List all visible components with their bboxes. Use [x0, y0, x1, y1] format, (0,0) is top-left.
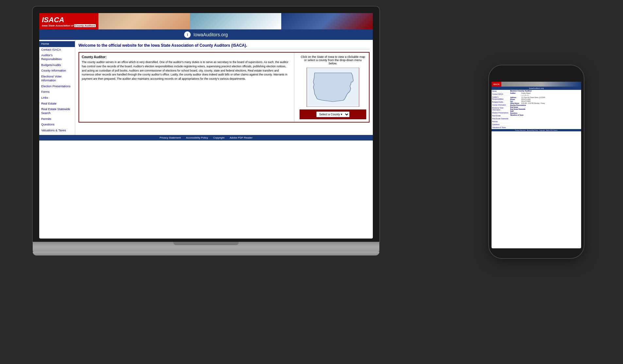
- phone-realestate-label: Real Estate: [510, 107, 520, 108]
- page-title: Welcome to the official website for the …: [78, 43, 370, 49]
- phone-questions-row: Questions: [510, 112, 581, 114]
- footer-copyright[interactable]: Copyright: [213, 136, 224, 139]
- phone-sidebar-valuations[interactable]: Valuations & Taxes: [492, 126, 510, 129]
- isaca-logo-text: ISACA: [42, 16, 96, 24]
- phone-site-title: IowaAuditors.org: [529, 87, 544, 89]
- sidebar-item-permits[interactable]: Permits: [39, 116, 75, 122]
- phone-sidebar-elections[interactable]: Elections/ Voter Information: [492, 107, 510, 111]
- iowa-map[interactable]: [305, 68, 361, 107]
- website-mobile: ISACA IowaAuditors.org Home Contact ISAC…: [492, 82, 581, 248]
- phone-address-label: Address:: [510, 97, 520, 98]
- phone-auditor-name: Hayley Rippel: [521, 92, 530, 94]
- nav-bar: i IowaAuditors.org: [39, 29, 373, 40]
- phone-sidebar-permits[interactable]: Permits: [492, 120, 510, 123]
- phone-fax-value: 319-472-4805: [521, 101, 530, 102]
- left-column: County Auditor: The county auditor serve…: [79, 53, 294, 122]
- phone-sidebar-statewide[interactable]: Real Estate Statewide: [492, 117, 510, 120]
- phone-sidebar-contact[interactable]: Contact ISACA: [492, 93, 510, 96]
- phone-address-value: 111 East 4th Street Vinton, IA 52349: [521, 97, 545, 98]
- website-desktop: ISACA Iowa State Association of County A…: [39, 13, 373, 239]
- phone-sidebar-questions[interactable]: Questions: [492, 123, 510, 126]
- sidebar-item-real-estate[interactable]: Real Estate: [39, 101, 75, 107]
- phone-sidebar-budgets[interactable]: Budgets/Audits: [492, 101, 510, 104]
- sidebar-item-forms[interactable]: Forms: [39, 89, 75, 95]
- phone-county-name: Benton County Auditor: [510, 90, 581, 92]
- main-two-col: County Auditor: The county auditor serve…: [78, 52, 370, 123]
- phone-election-label: Election Presentations: [510, 105, 526, 106]
- sidebar-item-questions[interactable]: Questions: [39, 122, 75, 128]
- phone-content-area: Benton County Auditor Auditor: Hayley Ri…: [510, 90, 581, 129]
- phone-banner-logo: ISACA: [492, 82, 501, 87]
- phone-address-row: Address: 111 East 4th Street Vinton, IA …: [510, 97, 581, 98]
- phone-election-presentations-row: Election Presentations: [510, 105, 581, 106]
- phone-screen: ISACA IowaAuditors.org Home Contact ISAC…: [492, 82, 581, 248]
- phone-statewide-row: Real Estate Statewide: [510, 108, 581, 110]
- banner-img-person: [98, 13, 190, 29]
- phone-info-auditor-row: Auditor: Hayley Rippel: [510, 92, 581, 94]
- banner-logo: ISACA Iowa State Association of County A…: [39, 13, 98, 29]
- phone-sidebar-real-estate[interactable]: Real Estate: [492, 114, 510, 117]
- sidebar-item-real-estate-statewide[interactable]: Real Estate Statewide Search: [39, 107, 75, 116]
- map-instruction: Click on the State of Iowa to view a cli…: [300, 55, 366, 65]
- sidebar-item-responsibilities[interactable]: Auditor's Responsibilities: [39, 53, 75, 62]
- laptop-bezel: ISACA Iowa State Association of County A…: [33, 7, 379, 242]
- county-dropdown[interactable]: Select a County ▾: [316, 111, 350, 117]
- sidebar-item-budgets[interactable]: Budgets/Audits: [39, 62, 75, 68]
- phone-fax-label: Fax:: [510, 101, 520, 102]
- phone-questions-label: Questions: [510, 112, 520, 114]
- laptop-screen: ISACA Iowa State Association of County A…: [39, 13, 373, 239]
- phone-footer-accessibility: Accessibility Policy: [527, 129, 538, 131]
- banner-subtitle: Iowa State Association of County Auditor…: [42, 24, 96, 27]
- phone-sidebar: Home Contact ISACA Auditor's Responsibil…: [492, 90, 510, 129]
- phone-sidebar-election-pres[interactable]: Election Presentations: [492, 111, 510, 114]
- phone-valuations-row: Valuations & Taxes: [510, 114, 581, 116]
- main-layout: Home Contact ISACA Auditor's Responsibil…: [39, 40, 373, 135]
- phone-footer-copyright: Copyright: [539, 129, 545, 131]
- phone-banner: ISACA: [492, 82, 581, 87]
- site-title: IowaAuditors.org: [193, 32, 228, 37]
- phone-auditor-label: Auditor:: [510, 92, 520, 94]
- phone-real-estate-row: Real Estate: [510, 107, 581, 108]
- phone-phone-row: Phone: 319-472-2365: [510, 99, 581, 100]
- sidebar-item-county-info[interactable]: County Information: [39, 68, 75, 74]
- laptop-foot: [33, 252, 379, 256]
- sidebar-item-elections-voter[interactable]: Elections/ Voter Information: [39, 74, 75, 83]
- banner-images: [98, 13, 373, 29]
- phone-hours-value: 8:00 AM - 4:30 PM, Monday - Friday: [521, 103, 545, 104]
- site-footer: Privacy Statement Accessibility Policy C…: [39, 135, 373, 141]
- sidebar-item-links[interactable]: Links: [39, 95, 75, 101]
- sidebar: Home Contact ISACA Auditor's Responsibil…: [39, 40, 75, 135]
- sidebar-item-contact[interactable]: Contact ISACA: [39, 47, 75, 53]
- sidebar-item-election-presentations[interactable]: Election Presentations: [39, 84, 75, 90]
- sidebar-item-valuations[interactable]: Valuations & Taxes: [39, 128, 75, 134]
- phone-sidebar-county-info[interactable]: County Information: [492, 104, 510, 107]
- footer-accessibility[interactable]: Accessibility Policy: [186, 136, 208, 139]
- phone-staff-row: Staff:: [510, 110, 581, 112]
- phone-banner-images: [501, 82, 581, 87]
- phone-valuations-label: Valuations & Taxes: [510, 114, 524, 116]
- phone-footer-adobe: Adobe PDF Reader: [546, 129, 558, 131]
- phone-sidebar-home[interactable]: Home: [492, 90, 510, 93]
- county-auditors-span: County Auditors: [74, 24, 96, 27]
- phone-layout: Home Contact ISACA Auditor's Responsibil…: [492, 90, 581, 129]
- county-auditor-heading: County Auditor:: [82, 55, 291, 59]
- county-select-area: Select a County ▾: [300, 109, 366, 119]
- sidebar-item-home[interactable]: Home: [39, 41, 75, 47]
- phone-auditor-title: County Auditor: [521, 94, 581, 96]
- phone-frame: ISACA IowaAuditors.org Home Contact ISAC…: [489, 65, 584, 258]
- phone-statewide-label: Real Estate Statewide: [510, 108, 526, 110]
- phone-phone-value: 319-472-2365: [521, 99, 530, 100]
- footer-adobe[interactable]: Adobe PDF Reader: [230, 136, 252, 139]
- phone-phone-label: Phone:: [510, 99, 520, 100]
- phone-footer-privacy: Privacy Statement: [515, 129, 526, 131]
- site-banner: ISACA Iowa State Association of County A…: [39, 13, 373, 29]
- county-auditor-text: The county auditor serves in an office w…: [82, 60, 291, 81]
- phone-fax-row: Fax: 319-472-4805: [510, 101, 581, 102]
- phone-nav: IowaAuditors.org: [492, 87, 581, 90]
- phone-sidebar-responsibilities[interactable]: Auditor's Responsibilities: [492, 96, 510, 101]
- content-area: Welcome to the official website for the …: [75, 40, 373, 135]
- laptop-base: [33, 242, 379, 252]
- footer-privacy[interactable]: Privacy Statement: [160, 136, 181, 139]
- phone-notch: [520, 65, 553, 74]
- phone-footer: Privacy Statement Accessibility Policy C…: [492, 129, 581, 131]
